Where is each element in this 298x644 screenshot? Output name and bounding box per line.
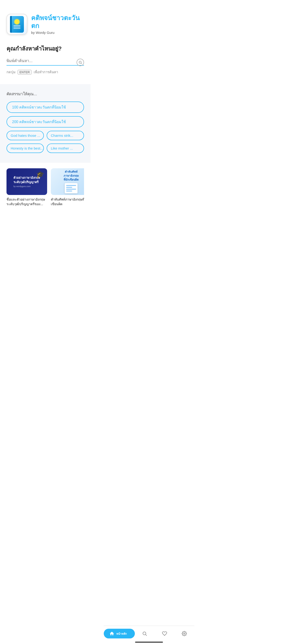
article-thumb-2: คำทับศัพท์ภาษาอังกฤษที่มักเขียนผิด [51, 168, 84, 195]
app-container: คติพจน์ชาวตะวันตก by Wordy Guru คุณกำลัง… [0, 0, 91, 230]
app-title-block: คติพจน์ชาวตะวันตก by Wordy Guru [31, 14, 84, 34]
search-hint: กดปุ่ม ENTER เพื่อทำการค้นหา [7, 69, 84, 75]
article-2-thumb-text: คำทับศัพท์ภาษาอังกฤษที่มักเขียนผิด [64, 170, 79, 182]
article-1-thumb-subtext: by wordyguru.com [14, 185, 40, 188]
hint-prefix-text: กดปุ่ม [7, 69, 16, 75]
app-title: คติพจน์ชาวตะวันตก [31, 14, 84, 30]
article-2-caption: คำทับศัพท์ภาษาอังกฤษที่มักเขียนผิด [51, 197, 84, 206]
app-logo [7, 14, 27, 35]
tag-100[interactable]: 100 คติพจน์ชาวตะวันตกที่นิยมใช้ [7, 102, 84, 113]
tag-200[interactable]: 200 คติพจน์ชาวตะวันตกที่นิยมใช้ [7, 116, 84, 128]
search-section: คุณกำลังหาคำไหนอยู่? กดปุ่ม ENTER เพื่อท… [0, 40, 91, 78]
svg-line-1 [81, 63, 82, 64]
grad-cap-icon: 🎓 [36, 170, 44, 178]
article-1-caption: ชื่อและตัวอย่างภาษาอังกฤษระดับวุฒิปริญญา… [7, 197, 47, 206]
search-heading: คุณกำลังหาคำไหนอยู่? [7, 44, 84, 53]
tag-god-hates[interactable]: God hates those ... [7, 131, 44, 140]
article-card-2[interactable]: คำทับศัพท์ภาษาอังกฤษที่มักเขียนผิด คำทับ… [51, 168, 84, 206]
svg-point-0 [79, 61, 81, 63]
article-2-thumb-doc [65, 183, 78, 193]
tags-row-2: Honesty is the best... Like mother ... [7, 144, 84, 153]
tag-like-mother[interactable]: Like mother ... [47, 144, 84, 153]
search-button[interactable] [77, 59, 84, 66]
app-subtitle: by Wordy Guru [31, 30, 84, 34]
enter-key-badge: ENTER [18, 70, 32, 75]
curated-section: คัดสรรมาให้คุณ... 100 คติพจน์ชาวตะวันตกท… [0, 84, 91, 163]
tag-honesty[interactable]: Honesty is the best... [7, 144, 44, 153]
article-thumb-1: 🎓 ตัวอย่างภาษาอังกฤษระดับวุฒิปริญญาตรี b… [7, 168, 47, 195]
hint-suffix-text: เพื่อทำการค้นหา [34, 69, 58, 75]
tags-row-1: God hates those ... Charms strik... [7, 131, 84, 140]
header: คติพจน์ชาวตะวันตก by Wordy Guru [0, 0, 91, 40]
search-icon [77, 59, 84, 66]
search-bar [7, 59, 84, 66]
articles-scroll: 🎓 ตัวอย่างภาษาอังกฤษระดับวุฒิปริญญาตรี b… [7, 168, 84, 206]
tag-charms[interactable]: Charms strik... [47, 131, 84, 140]
curated-heading: คัดสรรมาให้คุณ... [7, 91, 84, 97]
article-card-1[interactable]: 🎓 ตัวอย่างภาษาอังกฤษระดับวุฒิปริญญาตรี b… [7, 168, 47, 206]
articles-section: 🎓 ตัวอย่างภาษาอังกฤษระดับวุฒิปริญญาตรี b… [0, 163, 91, 230]
search-input[interactable] [7, 59, 84, 63]
